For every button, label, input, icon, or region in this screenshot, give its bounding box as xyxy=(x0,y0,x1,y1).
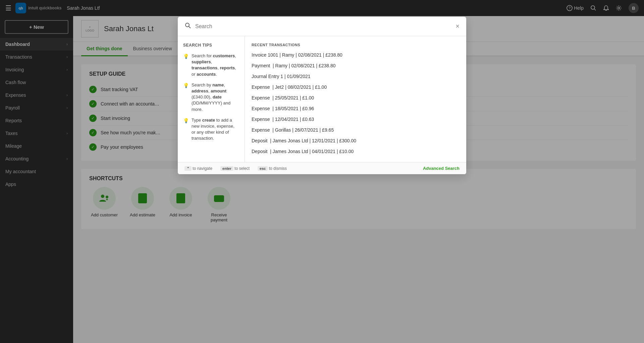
navigate-key: ⌃ xyxy=(184,166,192,171)
result-item[interactable]: Expense | Jet2 | 08/02/2021 | £1.00 xyxy=(245,82,466,92)
search-tip-3: 💡 Type create to add a new invoice, expe… xyxy=(183,117,239,142)
lightbulb-icon: 💡 xyxy=(183,118,189,124)
result-item[interactable]: Expense | 18/05/2021 | £0.96 xyxy=(245,103,466,114)
svg-line-22 xyxy=(189,26,191,28)
search-input[interactable] xyxy=(195,23,451,29)
search-modal: × SEARCH TIPS 💡 Search for customers, su… xyxy=(178,17,466,174)
search-results-column: RECENT TRANSACTIONS Invoice 1001 | Ramy … xyxy=(245,36,466,162)
search-footer: ⌃ to navigate enter to select esc to dis… xyxy=(178,162,466,174)
dismiss-key: esc xyxy=(258,166,268,171)
lightbulb-icon: 💡 xyxy=(183,53,189,60)
search-body: SEARCH TIPS 💡 Search for customers, supp… xyxy=(178,36,466,162)
dismiss-label: to dismiss xyxy=(269,166,287,171)
advanced-search-link[interactable]: Advanced Search xyxy=(423,166,460,171)
result-item[interactable]: Payment | Ramy | 02/08/2021 | £238.80 xyxy=(245,60,466,71)
lightbulb-icon: 💡 xyxy=(183,82,189,89)
search-modal-icon xyxy=(184,22,191,30)
search-tip-2: 💡 Search by name, address, amount (£340.… xyxy=(183,82,239,113)
result-item[interactable]: Deposit | James Jonas Ltd | 04/01/2021 |… xyxy=(245,146,466,157)
select-key: enter xyxy=(220,166,233,171)
recent-transactions-title: RECENT TRANSACTIONS xyxy=(245,42,466,50)
result-item[interactable]: Invoice 1001 | Ramy | 02/08/2021 | £238.… xyxy=(245,50,466,60)
svg-point-21 xyxy=(185,23,189,27)
search-tips-title: SEARCH TIPS xyxy=(183,43,239,48)
navigate-label: to navigate xyxy=(193,166,212,171)
result-item[interactable]: Expense | Gorillas | 26/07/2021 | £9.65 xyxy=(245,125,466,135)
search-tip-1: 💡 Search for customers, suppliers, trans… xyxy=(183,53,239,77)
search-tips-column: SEARCH TIPS 💡 Search for customers, supp… xyxy=(178,36,245,162)
result-item[interactable]: Deposit | James Jonas Ltd | 12/01/2021 |… xyxy=(245,135,466,146)
result-item[interactable]: Journal Entry 1 | 01/09/2021 xyxy=(245,71,466,82)
search-header: × xyxy=(178,17,466,36)
select-label: to select xyxy=(234,166,250,171)
result-item[interactable]: Expense | 12/04/2021 | £0.63 xyxy=(245,114,466,125)
search-overlay: × SEARCH TIPS 💡 Search for customers, su… xyxy=(0,0,644,343)
result-item[interactable]: Expense | 25/05/2021 | £1.00 xyxy=(245,92,466,103)
search-close-button[interactable]: × xyxy=(455,22,460,30)
